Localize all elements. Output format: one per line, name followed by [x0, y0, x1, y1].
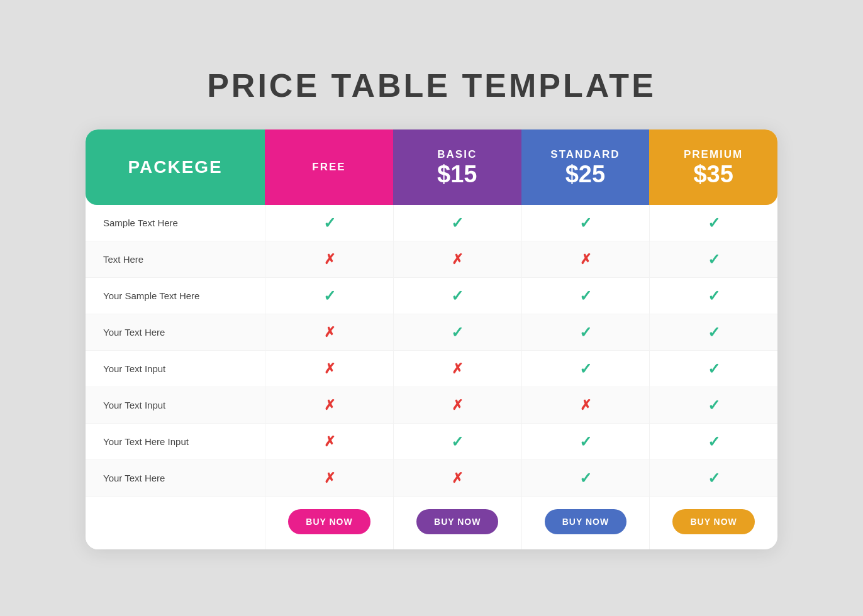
header-plan-standard: STANDARD$25 [521, 129, 650, 205]
feature-cell-standard-3: ✓ [521, 314, 650, 351]
feature-cell-basic-5: ✗ [393, 387, 521, 424]
plan-name-standard: STANDARD [550, 148, 620, 161]
plan-price-standard: $25 [565, 162, 605, 186]
header-plan-free: FREE [265, 129, 393, 205]
feature-label-7: Your Text Here [86, 460, 265, 497]
feature-cell-basic-4: ✗ [393, 351, 521, 387]
feature-cell-standard-7: ✓ [521, 460, 650, 497]
footer-cell-standard: BUY NOW [521, 497, 650, 549]
feature-cell-premium-3: ✓ [649, 314, 777, 351]
plan-name-premium: PREMIUM [684, 148, 743, 161]
feature-cell-standard-6: ✓ [521, 424, 650, 460]
feature-label-0: Sample Text Here [86, 205, 265, 241]
cross-icon: ✗ [324, 434, 335, 450]
header-plan-basic: BASIC$15 [393, 129, 521, 205]
cross-icon: ✗ [324, 470, 335, 487]
feature-label-5: Your Text Input [86, 387, 265, 424]
cross-icon: ✗ [452, 361, 463, 377]
cross-icon: ✗ [580, 251, 591, 268]
check-icon: ✓ [708, 251, 720, 268]
footer-cell-free: BUY NOW [265, 497, 393, 549]
cross-icon: ✗ [324, 251, 335, 268]
cross-icon: ✗ [324, 397, 335, 414]
cross-icon: ✗ [580, 397, 591, 414]
feature-cell-basic-1: ✗ [393, 241, 521, 278]
feature-cell-premium-2: ✓ [649, 278, 777, 314]
feature-cell-premium-4: ✓ [649, 351, 777, 387]
feature-cell-free-1: ✗ [265, 241, 393, 278]
feature-cell-premium-6: ✓ [649, 424, 777, 460]
check-icon: ✓ [708, 470, 720, 487]
feature-cell-premium-1: ✓ [649, 241, 777, 278]
check-icon: ✓ [451, 287, 464, 305]
feature-cell-free-3: ✗ [265, 314, 393, 351]
cross-icon: ✗ [324, 324, 335, 341]
plan-price-basic: $15 [437, 162, 477, 186]
feature-label-1: Text Here [86, 241, 265, 278]
feature-cell-premium-7: ✓ [649, 460, 777, 497]
check-icon: ✓ [708, 287, 720, 305]
package-header-label: PACKEGE [128, 157, 222, 177]
buy-button-standard[interactable]: BUY NOW [545, 509, 626, 534]
feature-label-2: Your Sample Text Here [86, 278, 265, 314]
cross-icon: ✗ [452, 470, 463, 487]
check-icon: ✓ [579, 324, 592, 341]
feature-cell-free-2: ✓ [265, 278, 393, 314]
feature-cell-standard-0: ✓ [521, 205, 650, 241]
check-icon: ✓ [708, 433, 720, 451]
price-table: PACKEGEFREEBASIC$15STANDARD$25PREMIUM$35… [86, 129, 777, 549]
feature-cell-standard-5: ✗ [521, 387, 650, 424]
feature-label-4: Your Text Input [86, 351, 265, 387]
check-icon: ✓ [579, 360, 592, 378]
feature-cell-free-0: ✓ [265, 205, 393, 241]
check-icon: ✓ [579, 214, 592, 232]
check-icon: ✓ [579, 433, 592, 451]
check-icon: ✓ [708, 360, 720, 378]
feature-cell-premium-5: ✓ [649, 387, 777, 424]
page-title: PRICE TABLE TEMPLATE [86, 67, 777, 104]
footer-empty [86, 497, 265, 549]
feature-cell-standard-4: ✓ [521, 351, 650, 387]
buy-button-free[interactable]: BUY NOW [288, 509, 370, 534]
feature-cell-basic-6: ✓ [393, 424, 521, 460]
feature-cell-standard-2: ✓ [521, 278, 650, 314]
buy-button-basic[interactable]: BUY NOW [416, 509, 498, 534]
check-icon: ✓ [708, 214, 720, 232]
footer-cell-basic: BUY NOW [393, 497, 521, 549]
feature-cell-basic-2: ✓ [393, 278, 521, 314]
check-icon: ✓ [323, 214, 336, 232]
check-icon: ✓ [451, 214, 464, 232]
feature-label-6: Your Text Here Input [86, 424, 265, 460]
check-icon: ✓ [451, 324, 464, 341]
check-icon: ✓ [579, 287, 592, 305]
footer-cell-premium: BUY NOW [649, 497, 777, 549]
cross-icon: ✗ [452, 251, 463, 268]
feature-cell-free-4: ✗ [265, 351, 393, 387]
feature-cell-premium-0: ✓ [649, 205, 777, 241]
plan-name-basic: BASIC [437, 148, 477, 161]
feature-cell-free-6: ✗ [265, 424, 393, 460]
check-icon: ✓ [323, 287, 336, 305]
check-icon: ✓ [708, 324, 720, 341]
feature-cell-basic-0: ✓ [393, 205, 521, 241]
check-icon: ✓ [708, 397, 720, 414]
cross-icon: ✗ [452, 397, 463, 414]
check-icon: ✓ [451, 433, 464, 451]
feature-cell-free-7: ✗ [265, 460, 393, 497]
header-package: PACKEGE [86, 129, 265, 205]
feature-label-3: Your Text Here [86, 314, 265, 351]
feature-cell-free-5: ✗ [265, 387, 393, 424]
plan-price-premium: $35 [693, 162, 733, 186]
feature-cell-basic-7: ✗ [393, 460, 521, 497]
feature-cell-standard-1: ✗ [521, 241, 650, 278]
price-table-container: PRICE TABLE TEMPLATE PACKEGEFREEBASIC$15… [86, 67, 777, 549]
table-grid: PACKEGEFREEBASIC$15STANDARD$25PREMIUM$35… [86, 129, 777, 549]
check-icon: ✓ [579, 470, 592, 487]
cross-icon: ✗ [324, 361, 335, 377]
buy-button-premium[interactable]: BUY NOW [672, 509, 754, 534]
plan-name-free: FREE [312, 161, 345, 173]
feature-cell-basic-3: ✓ [393, 314, 521, 351]
header-plan-premium: PREMIUM$35 [649, 129, 777, 205]
